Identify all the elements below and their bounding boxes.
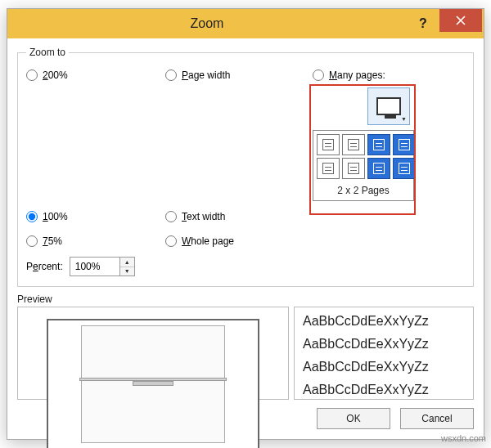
radio-page-width[interactable]: Page width — [165, 66, 296, 84]
spinner-up[interactable]: ▲ — [120, 258, 134, 267]
radio-200-input[interactable] — [26, 69, 38, 81]
zoom-to-group: Zoom to 200% Page width Many pages: — [17, 47, 474, 287]
help-button[interactable]: ? — [407, 12, 439, 35]
radio-75-input[interactable] — [26, 235, 38, 247]
grid-cell[interactable] — [393, 158, 416, 179]
sample-line: AaBbCcDdEeXxYyZz — [303, 360, 465, 374]
radio-text-width[interactable]: Text width — [165, 208, 296, 226]
radio-100-input[interactable] — [26, 211, 38, 222]
pages-grid-label: 2 x 2 Pages — [313, 182, 413, 200]
radio-many-pages-label: Many pages: — [329, 69, 385, 81]
grid-cell[interactable] — [317, 158, 340, 179]
ok-button[interactable]: OK — [317, 408, 390, 429]
radio-page-width-label: Page width — [182, 69, 230, 81]
many-pages-picker-button[interactable]: ▼ — [367, 87, 410, 125]
close-icon — [456, 16, 466, 25]
grid-cell[interactable] — [367, 134, 390, 155]
dropdown-icon: ▼ — [401, 116, 407, 122]
zoom-to-legend: Zoom to — [26, 47, 69, 58]
watermark: wsxdn.com — [441, 433, 486, 443]
radio-many-pages[interactable]: Many pages: — [313, 66, 465, 84]
radio-page-width-input[interactable] — [165, 69, 177, 81]
pages-grid-popup: 2 x 2 Pages — [313, 130, 414, 201]
radio-75-label: 75% — [43, 235, 62, 247]
radio-many-pages-input[interactable] — [313, 69, 324, 81]
sample-line: AaBbCcDdEeXxYyZz — [303, 337, 465, 352]
close-button[interactable] — [439, 9, 482, 32]
preview-label: Preview — [17, 293, 474, 305]
cancel-button[interactable]: Cancel — [400, 408, 474, 429]
preview-monitor-box — [17, 307, 289, 400]
dialog-body: Zoom to 200% Page width Many pages: — [7, 38, 484, 439]
radio-100[interactable]: 100% — [26, 208, 149, 226]
radio-200-label: 200% — [43, 69, 68, 81]
grid-cell[interactable] — [367, 158, 390, 179]
monitor-icon — [376, 97, 401, 115]
dialog-title: Zoom — [7, 16, 407, 31]
sample-line: AaBbCcDdEeXxYyZz — [303, 383, 465, 397]
percent-input[interactable] — [70, 258, 119, 276]
grid-cell[interactable] — [393, 134, 416, 155]
percent-label: Percent: — [26, 261, 63, 272]
titlebar: Zoom ? — [7, 9, 484, 38]
radio-200[interactable]: 200% — [26, 66, 149, 84]
radio-whole-page[interactable]: Whole page — [165, 232, 296, 250]
preview-monitor-stand — [79, 378, 227, 386]
grid-cell[interactable] — [342, 158, 365, 179]
radio-text-width-input[interactable] — [165, 211, 177, 222]
zoom-dialog: Zoom ? Zoom to 200% Page width — [7, 8, 484, 440]
radio-100-label: 100% — [43, 211, 68, 222]
grid-cell[interactable] — [317, 134, 340, 155]
grid-cell[interactable] — [342, 134, 365, 155]
percent-spinner[interactable]: ▲ ▼ — [70, 257, 135, 276]
spinner-down[interactable]: ▼ — [120, 267, 134, 276]
radio-whole-page-label: Whole page — [182, 235, 234, 247]
radio-75[interactable]: 75% — [26, 232, 149, 250]
radio-whole-page-input[interactable] — [165, 235, 177, 247]
sample-line: AaBbCcDdEeXxYyZz — [303, 314, 465, 329]
radio-text-width-label: Text width — [182, 211, 225, 222]
sample-text-box: AaBbCcDdEeXxYyZz AaBbCcDdEeXxYyZz AaBbCc… — [294, 307, 474, 400]
